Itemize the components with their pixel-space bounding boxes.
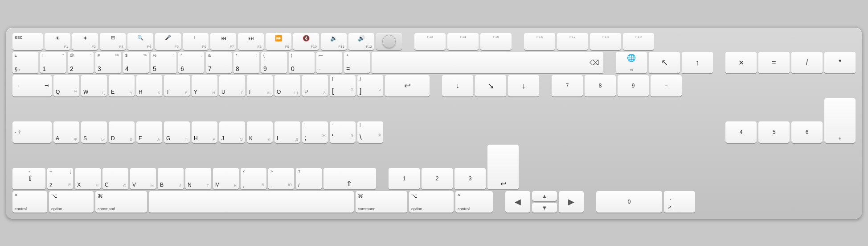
key-numpad-1[interactable]: 1 <box>389 168 420 189</box>
key-arrow-up[interactable]: ▲ <box>532 191 557 201</box>
key-c[interactable]: V М <box>130 168 156 189</box>
key-y[interactable]: Y Н <box>192 75 217 96</box>
key-numpad-clear[interactable]: ✕ <box>725 52 757 73</box>
key-f5[interactable]: 🎤 F5 <box>155 33 181 50</box>
key-7[interactable]: &. 7 <box>206 52 232 73</box>
key-f18[interactable]: F18 <box>590 33 621 50</box>
key-semicolon[interactable]: : ; Ж <box>302 121 328 143</box>
key-del[interactable]: ↓ <box>442 75 473 96</box>
key-numpad-plus[interactable]: + <box>824 98 856 143</box>
key-space[interactable] <box>149 191 354 213</box>
key-q[interactable]: Q Й <box>53 75 79 96</box>
key-globe[interactable]: 🌐 fn <box>616 52 647 73</box>
key-m[interactable]: < , Б <box>241 168 266 189</box>
key-f[interactable]: F А <box>136 121 162 143</box>
key-return[interactable]: ↩ <box>385 75 430 96</box>
key-f1[interactable]: ☀ F1 <box>45 33 70 50</box>
key-0[interactable]: ) 0 <box>289 52 315 73</box>
key-f6[interactable]: ☾ F6 <box>183 33 209 50</box>
key-capslock[interactable]: • ⇪ <box>12 121 52 143</box>
key-f19[interactable]: F19 <box>623 33 654 50</box>
key-option-left[interactable]: ⌥ option <box>49 191 94 213</box>
key-comma[interactable]: > . Ю <box>268 168 294 189</box>
key-z[interactable]: X Ч <box>75 168 101 189</box>
key-j[interactable]: J О <box>219 121 245 143</box>
key-quote[interactable]: " ' Э <box>330 121 356 143</box>
key-f9[interactable]: ⏩ F9 <box>266 33 291 50</box>
key-backslash[interactable]: | \ Ё <box>357 121 383 143</box>
key-w[interactable]: W Ц <box>81 75 107 96</box>
key-tilde[interactable]: ~[ Z Я <box>47 168 73 189</box>
key-backspace[interactable]: ⌫ <box>372 52 603 73</box>
key-home[interactable]: ↖ <box>649 52 680 73</box>
key-f14[interactable]: F14 <box>447 33 479 50</box>
key-1[interactable]: !" 1 <box>40 52 66 73</box>
key-arrow-left[interactable]: ◀ <box>505 191 530 213</box>
key-lbracket[interactable]: { [ Х <box>330 75 356 96</box>
key-numpad-minus[interactable]: − <box>651 75 682 96</box>
key-f4[interactable]: 🔍 F4 <box>127 33 153 50</box>
key-6[interactable]: ^, 6 <box>178 52 204 73</box>
key-f3[interactable]: ⊞ F3 <box>100 33 126 50</box>
key-numpad-4[interactable]: 4 <box>725 121 757 143</box>
key-k[interactable]: K Л <box>247 121 273 143</box>
key-pagedown[interactable]: ↓ <box>508 75 539 96</box>
key-9[interactable]: ( 9 <box>261 52 287 73</box>
key-t[interactable]: T Е <box>164 75 190 96</box>
key-numpad-6[interactable]: 6 <box>791 121 823 143</box>
key-numpad-8[interactable]: 8 <box>585 75 616 96</box>
key-d[interactable]: D В <box>109 121 135 143</box>
key-tab[interactable]: → ⇥ <box>12 75 52 96</box>
key-a[interactable]: A Ф <box>53 121 79 143</box>
key-u[interactable]: U Г <box>219 75 245 96</box>
key-period[interactable]: ? / <box>296 168 322 189</box>
key-p[interactable]: P З <box>302 75 328 96</box>
key-esc[interactable]: esc <box>12 33 43 50</box>
key-f8[interactable]: ⏭ F8 <box>238 33 264 50</box>
key-o[interactable]: O Щ <box>274 75 300 96</box>
key-option-right[interactable]: ⌥ option <box>409 191 454 213</box>
key-b[interactable]: N Т <box>185 168 211 189</box>
key-5[interactable]: %: 5 <box>151 52 176 73</box>
touch-id-button[interactable] <box>376 33 402 50</box>
key-f2[interactable]: ✦ F2 <box>72 33 98 50</box>
key-g[interactable]: G П <box>164 121 190 143</box>
key-numpad-slash[interactable]: / <box>791 52 823 73</box>
key-numpad-decimal[interactable]: . ↗ <box>664 191 695 213</box>
key-4[interactable]: $% 4 <box>123 52 149 73</box>
key-f12[interactable]: 🔊 F12 <box>348 33 374 50</box>
key-f16[interactable]: F16 <box>524 33 555 50</box>
key-numpad-enter[interactable]: ↩ <box>487 145 519 189</box>
key-i[interactable]: I Ш <box>247 75 273 96</box>
key-control-right[interactable]: ^ control <box>455 191 493 213</box>
key-numpad-3[interactable]: 3 <box>454 168 486 189</box>
key-numpad-multiply[interactable]: * <box>824 52 856 73</box>
key-2[interactable]: @" 2 <box>68 52 94 73</box>
key-8[interactable]: *; 8 <box>233 52 259 73</box>
key-f13[interactable]: F13 <box>414 33 446 50</box>
key-x[interactable]: C С <box>102 168 128 189</box>
key-r[interactable]: R К <box>136 75 162 96</box>
key-3[interactable]: #№ 3 <box>95 52 121 73</box>
key-f11[interactable]: 🔉 F11 <box>321 33 347 50</box>
key-numpad-9[interactable]: 9 <box>618 75 649 96</box>
key-v[interactable]: B И <box>158 168 184 189</box>
key-grave[interactable]: ± §> <box>12 52 38 73</box>
key-numpad-2[interactable]: 2 <box>422 168 453 189</box>
key-f10[interactable]: 🔇 F10 <box>293 33 319 50</box>
key-control-left[interactable]: ^ control <box>12 191 47 213</box>
key-shift-right[interactable]: ⇧ <box>323 168 376 189</box>
key-l[interactable]: L Д <box>274 121 300 143</box>
key-command-right[interactable]: ⌘ command <box>356 191 407 213</box>
key-pageup[interactable]: ↑ <box>682 52 713 73</box>
key-minus[interactable]: — - <box>316 52 342 73</box>
key-numpad-0[interactable]: 0 <box>596 191 662 213</box>
key-command-left[interactable]: ⌘ command <box>95 191 147 213</box>
key-f15[interactable]: F15 <box>480 33 512 50</box>
key-rbracket[interactable]: } ] Ъ <box>357 75 383 96</box>
key-h[interactable]: H Р <box>192 121 217 143</box>
key-end[interactable]: ↘ <box>475 75 506 96</box>
key-n[interactable]: M Ь <box>213 168 239 189</box>
key-f7[interactable]: ⏮ F7 <box>210 33 236 50</box>
key-numpad-equals[interactable]: = <box>758 52 790 73</box>
